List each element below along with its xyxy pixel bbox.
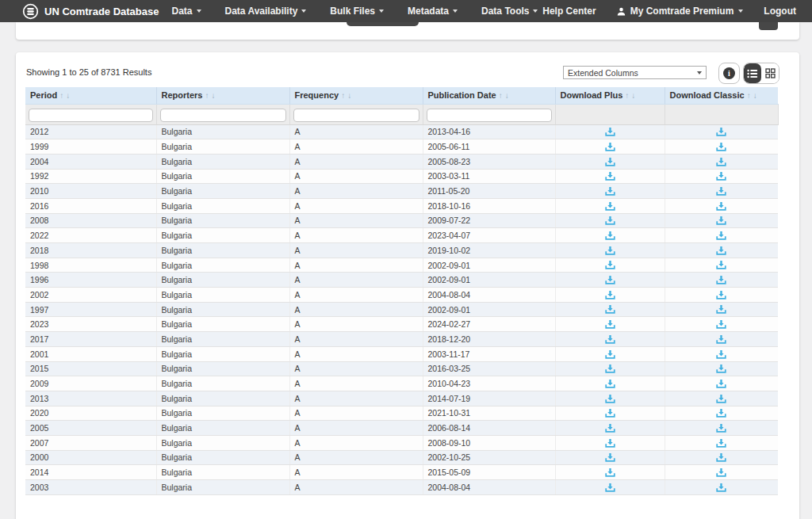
download-classic-button[interactable] [716, 157, 726, 167]
download-classic-button[interactable] [716, 171, 726, 181]
sort-ascending-icon[interactable]: ↑ [499, 91, 503, 100]
brand[interactable]: UN Comtrade Database [22, 3, 159, 20]
download-classic-button[interactable] [716, 186, 726, 197]
download-plus-cell [555, 169, 665, 184]
nav-item-data[interactable]: Data [172, 6, 201, 17]
column-header-reporters[interactable]: Reporters↑↓ [156, 87, 289, 104]
nav-item-my-comtrade-premium[interactable]: My Comtrade Premium [617, 6, 744, 17]
download-classic-button[interactable] [716, 275, 726, 285]
sort-descending-icon[interactable]: ↓ [631, 91, 635, 100]
download-plus-button[interactable] [605, 186, 615, 197]
download-classic-button[interactable] [716, 452, 726, 463]
download-icon [605, 260, 615, 270]
download-classic-cell [665, 169, 778, 184]
sort-ascending-icon[interactable]: ↑ [341, 91, 345, 100]
download-plus-cell [555, 361, 665, 376]
download-classic-button[interactable] [716, 349, 726, 360]
download-icon [716, 379, 726, 389]
download-classic-button[interactable] [716, 408, 726, 418]
download-classic-button[interactable] [716, 260, 726, 270]
download-classic-button[interactable] [716, 246, 726, 256]
sort-descending-icon[interactable]: ↓ [66, 91, 70, 100]
download-plus-button[interactable] [605, 438, 615, 448]
nav-right: Help Center My Comtrade Premium Logout [542, 6, 796, 17]
download-classic-button[interactable] [716, 364, 726, 374]
download-classic-button[interactable] [716, 319, 726, 330]
download-plus-button[interactable] [605, 467, 615, 478]
download-classic-button[interactable] [716, 423, 726, 433]
download-classic-button[interactable] [716, 127, 726, 137]
download-classic-cell [665, 480, 778, 495]
download-plus-button[interactable] [605, 364, 615, 374]
filter-cell-frequency [289, 104, 423, 124]
download-plus-button[interactable] [605, 290, 615, 300]
filter-input-reporters[interactable] [160, 109, 286, 122]
download-classic-button[interactable] [716, 201, 726, 212]
download-plus-button[interactable] [605, 142, 615, 152]
download-icon [716, 171, 726, 181]
download-plus-button[interactable] [605, 127, 615, 137]
download-classic-button[interactable] [716, 231, 726, 241]
nav-item-logout[interactable]: Logout [764, 6, 796, 17]
column-header-download_plus[interactable]: Download Plus↑↓ [555, 87, 665, 104]
sort-descending-icon[interactable]: ↓ [753, 91, 757, 100]
download-classic-button[interactable] [716, 438, 726, 448]
download-plus-button[interactable] [605, 157, 615, 167]
download-plus-button[interactable] [605, 423, 615, 433]
sort-descending-icon[interactable]: ↓ [347, 91, 351, 100]
download-plus-button[interactable] [605, 201, 615, 212]
sort-ascending-icon[interactable]: ↑ [747, 91, 751, 100]
list-view-button[interactable] [744, 63, 761, 83]
download-classic-button[interactable] [716, 483, 726, 493]
nav-item-bulk-files[interactable]: Bulk Files [330, 6, 384, 17]
filter-input-frequency[interactable] [293, 109, 419, 122]
download-classic-button[interactable] [716, 142, 726, 152]
grid-view-button[interactable] [761, 63, 779, 83]
download-classic-cell [665, 435, 778, 450]
download-plus-button[interactable] [605, 171, 615, 181]
download-classic-button[interactable] [716, 394, 726, 404]
nav-item-data-availability[interactable]: Data Availability [225, 6, 307, 17]
frequency-cell: A [289, 332, 423, 347]
sort-ascending-icon[interactable]: ↑ [625, 91, 629, 100]
download-plus-button[interactable] [605, 379, 615, 389]
column-header-frequency[interactable]: Frequency↑↓ [289, 87, 423, 104]
download-plus-button[interactable] [605, 304, 615, 315]
download-icon [716, 334, 726, 345]
download-plus-button[interactable] [605, 275, 615, 285]
download-plus-button[interactable] [605, 394, 615, 404]
download-plus-button[interactable] [605, 260, 615, 270]
download-classic-button[interactable] [716, 216, 726, 226]
download-plus-button[interactable] [605, 452, 615, 463]
download-plus-button[interactable] [605, 231, 615, 241]
download-classic-button[interactable] [716, 379, 726, 389]
download-plus-button[interactable] [605, 408, 615, 418]
filter-input-period[interactable] [29, 109, 153, 122]
nav-item-help-center[interactable]: Help Center [542, 6, 596, 17]
download-plus-button[interactable] [605, 246, 615, 256]
nav-item-data-tools[interactable]: Data Tools [481, 6, 538, 17]
column-header-period[interactable]: Period↑↓ [25, 87, 156, 104]
download-classic-button[interactable] [716, 467, 726, 478]
column-header-download_classic[interactable]: Download Classic↑↓ [665, 87, 778, 104]
download-plus-button[interactable] [605, 334, 615, 345]
download-plus-button[interactable] [605, 216, 615, 226]
download-plus-button[interactable] [605, 349, 615, 360]
nav-item-label: Data Tools [481, 6, 529, 17]
sort-ascending-icon[interactable]: ↑ [59, 91, 63, 100]
frequency-cell: A [289, 376, 423, 391]
download-classic-button[interactable] [716, 290, 726, 300]
sort-descending-icon[interactable]: ↓ [505, 91, 509, 100]
column-header-publication_date[interactable]: Publication Date↑↓ [423, 87, 555, 104]
info-button[interactable]: i [718, 63, 740, 84]
download-plus-button[interactable] [605, 319, 615, 330]
columns-select[interactable]: Extended Columns [563, 66, 707, 79]
nav-item-metadata[interactable]: Metadata [408, 6, 458, 17]
period-cell: 1997 [25, 302, 156, 317]
filter-input-publication_date[interactable] [427, 109, 552, 122]
sort-ascending-icon[interactable]: ↑ [205, 91, 209, 100]
download-plus-button[interactable] [605, 483, 615, 493]
download-classic-button[interactable] [716, 304, 726, 315]
sort-descending-icon[interactable]: ↓ [211, 91, 215, 100]
download-classic-button[interactable] [716, 334, 726, 345]
